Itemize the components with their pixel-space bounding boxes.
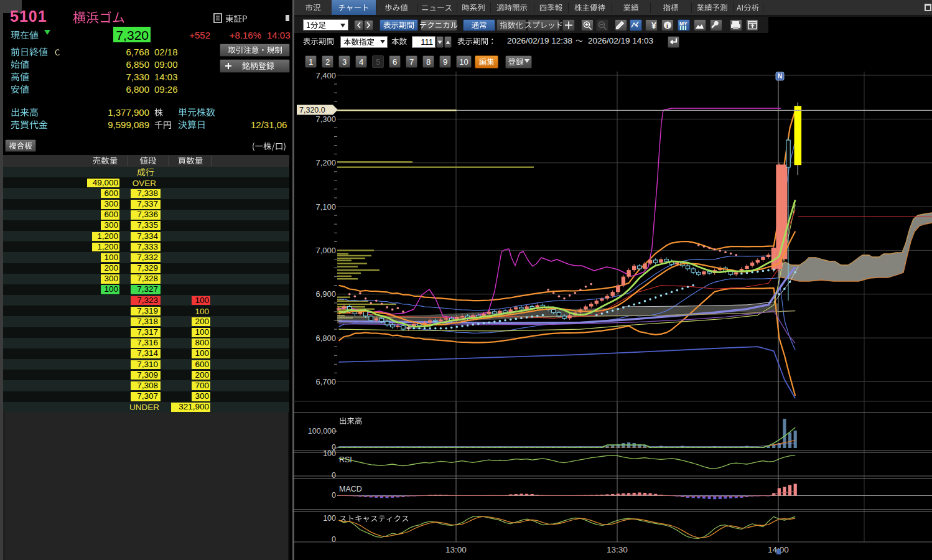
svg-text:i: i — [666, 22, 668, 29]
svg-text:7,320.0: 7,320.0 — [299, 106, 325, 114]
svg-text:7,000: 7,000 — [315, 246, 336, 255]
svg-text:6,700: 6,700 — [315, 377, 336, 386]
svg-text:MACD: MACD — [339, 485, 362, 493]
svg-text:6,800: 6,800 — [315, 334, 336, 343]
svg-text:7,300: 7,300 — [315, 114, 336, 124]
svg-text:100: 100 — [323, 449, 336, 458]
svg-text:7,400: 7,400 — [315, 71, 336, 80]
svg-text:6,900: 6,900 — [315, 289, 336, 299]
svg-text:13:00: 13:00 — [445, 545, 467, 554]
svg-text:¥: ¥ — [651, 21, 656, 30]
svg-text:N: N — [778, 73, 782, 80]
svg-text:0: 0 — [332, 471, 336, 480]
svg-text:100: 100 — [323, 514, 336, 523]
svg-text:0: 0 — [332, 535, 336, 544]
svg-text:13:30: 13:30 — [607, 545, 628, 554]
svg-text:7,200: 7,200 — [315, 158, 336, 167]
svg-text:0: 0 — [332, 491, 336, 500]
svg-text:MY: MY — [679, 21, 687, 27]
svg-text:7,100: 7,100 — [315, 202, 336, 212]
svg-text:100,000: 100,000 — [308, 427, 336, 436]
